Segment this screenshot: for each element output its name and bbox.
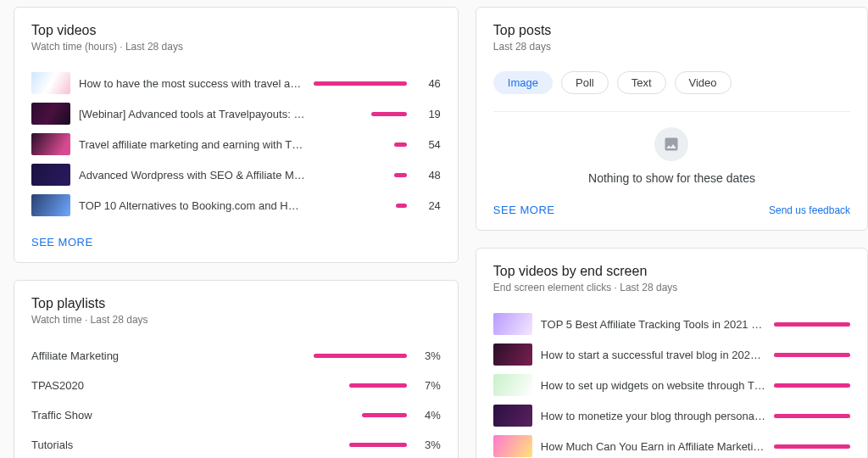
- bar-track: [774, 444, 850, 449]
- playlist-name: Traffic Show: [31, 409, 305, 422]
- bar-track: [314, 443, 407, 447]
- video-title: Travel affiliate marketing and earning w…: [79, 138, 305, 151]
- playlist-row[interactable]: Traffic Show 4%: [31, 400, 441, 430]
- end-screen-row[interactable]: How Much Can You Earn in Affiliate Marke…: [493, 431, 850, 458]
- video-thumbnail: [31, 103, 70, 125]
- feedback-link[interactable]: Send us feedback: [769, 204, 850, 216]
- video-value: 24: [415, 199, 441, 212]
- end-screen-row[interactable]: TOP 5 Best Affiliate Tracking Tools in 2…: [493, 309, 850, 339]
- card-title: Top posts: [493, 23, 850, 38]
- playlist-name: Affiliate Marketing: [31, 349, 305, 362]
- chip-video[interactable]: Video: [675, 71, 732, 94]
- video-row[interactable]: [Webinar] Advanced tools at Travelpayout…: [31, 98, 441, 129]
- video-value: 46: [415, 77, 441, 90]
- card-subtitle: Watch time · Last 28 days: [31, 314, 441, 326]
- bar-track: [774, 322, 850, 327]
- video-row[interactable]: How to have the most success with travel…: [31, 68, 441, 98]
- see-more-link[interactable]: SEE MORE: [493, 204, 555, 216]
- playlist-value: 3%: [415, 349, 441, 362]
- bar: [314, 81, 407, 86]
- playlist-value: 3%: [415, 438, 441, 451]
- video-thumbnail: [493, 344, 532, 366]
- bar-track: [314, 354, 407, 358]
- video-value: 19: [415, 108, 441, 120]
- video-title: [Webinar] Advanced tools at Travelpayout…: [79, 108, 305, 120]
- card-subtitle: End screen element clicks · Last 28 days: [493, 282, 850, 293]
- end-screen-list: TOP 5 Best Affiliate Tracking Tools in 2…: [493, 309, 850, 458]
- video-thumbnail: [31, 194, 70, 216]
- bar: [774, 322, 850, 327]
- video-value: 54: [415, 138, 441, 151]
- video-list: How to have the most success with travel…: [31, 68, 441, 221]
- playlist-name: TPAS2020: [31, 379, 305, 392]
- video-title: Advanced Wordpress with SEO & Affiliate …: [79, 169, 305, 182]
- card-subtitle: Last 28 days: [493, 41, 850, 53]
- bar: [774, 444, 850, 449]
- bar-track: [314, 142, 407, 147]
- bar-track: [774, 414, 850, 418]
- video-row[interactable]: Travel affiliate marketing and earning w…: [31, 129, 441, 159]
- bar-track: [314, 204, 407, 208]
- playlist-list: Affiliate Marketing 3% TPAS2020 7% Traff…: [31, 341, 441, 458]
- video-thumbnail: [31, 133, 70, 155]
- top-videos-card: Top videos Watch time (hours) · Last 28 …: [14, 7, 459, 263]
- bar-track: [314, 173, 407, 177]
- video-thumbnail: [493, 374, 532, 396]
- card-title: Top videos: [31, 23, 441, 38]
- video-title: TOP 10 Alternatives to Booking.com and H…: [79, 199, 305, 212]
- post-type-chips: Image Poll Text Video: [493, 71, 850, 112]
- end-screen-row[interactable]: How to start a successful travel blog in…: [493, 339, 850, 370]
- video-title: How to monetize your blog through person…: [541, 410, 765, 422]
- video-thumbnail: [493, 435, 532, 457]
- video-row[interactable]: TOP 10 Alternatives to Booking.com and H…: [31, 190, 441, 221]
- bar: [394, 142, 407, 147]
- bar: [774, 414, 850, 418]
- top-end-screen-card: Top videos by end screen End screen elem…: [476, 248, 868, 458]
- empty-state: Nothing to show for these dates: [493, 112, 850, 195]
- bar: [774, 383, 850, 388]
- bar: [394, 173, 407, 177]
- left-column: Top videos Watch time (hours) · Last 28 …: [14, 7, 459, 458]
- video-title: How to set up widgets on website through…: [541, 379, 765, 392]
- bar: [362, 413, 407, 417]
- bar: [371, 112, 407, 116]
- bar-track: [774, 383, 850, 388]
- bar-track: [774, 353, 850, 357]
- bar: [396, 204, 407, 208]
- video-value: 48: [415, 169, 441, 182]
- chip-text[interactable]: Text: [617, 71, 666, 94]
- bar: [774, 353, 850, 357]
- bar-track: [314, 112, 407, 116]
- end-screen-row[interactable]: How to set up widgets on website through…: [493, 370, 850, 400]
- playlist-row[interactable]: Tutorials 3%: [31, 430, 441, 458]
- video-thumbnail: [31, 72, 70, 94]
- playlist-name: Tutorials: [31, 438, 305, 451]
- dashboard: Top videos Watch time (hours) · Last 28 …: [0, 0, 868, 458]
- video-thumbnail: [493, 313, 532, 335]
- video-title: How to start a successful travel blog in…: [541, 349, 765, 361]
- empty-text: Nothing to show for these dates: [588, 171, 755, 185]
- chip-image[interactable]: Image: [493, 71, 553, 94]
- top-playlists-card: Top playlists Watch time · Last 28 days …: [14, 280, 459, 458]
- playlist-row[interactable]: TPAS2020 7%: [31, 371, 441, 400]
- video-thumbnail: [31, 164, 70, 186]
- image-icon: [654, 127, 688, 161]
- video-thumbnail: [493, 405, 532, 427]
- card-title: Top playlists: [31, 296, 441, 311]
- top-posts-card: Top posts Last 28 days Image Poll Text V…: [476, 7, 868, 231]
- chip-poll[interactable]: Poll: [561, 71, 609, 94]
- end-screen-row[interactable]: How to monetize your blog through person…: [493, 400, 850, 431]
- bar-track: [314, 81, 407, 86]
- video-title: How Much Can You Earn in Affiliate Marke…: [541, 440, 765, 453]
- bar: [349, 383, 407, 388]
- bar-track: [314, 383, 407, 388]
- see-more-link[interactable]: SEE MORE: [31, 236, 441, 249]
- posts-footer: SEE MORE Send us feedback: [493, 204, 850, 216]
- bar: [314, 354, 407, 358]
- bar-track: [314, 413, 407, 417]
- bar: [349, 443, 407, 447]
- playlist-value: 4%: [415, 409, 441, 422]
- video-row[interactable]: Advanced Wordpress with SEO & Affiliate …: [31, 159, 441, 190]
- right-column: Top posts Last 28 days Image Poll Text V…: [476, 7, 868, 458]
- playlist-row[interactable]: Affiliate Marketing 3%: [31, 341, 441, 371]
